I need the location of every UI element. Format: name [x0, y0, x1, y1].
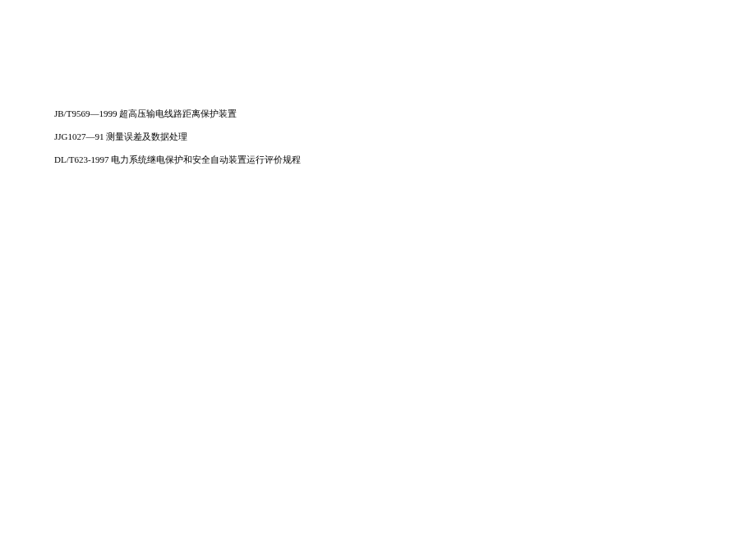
reference-entry: DL/T623-1997 电力系统继电保护和安全自动装置运行评价规程 [54, 154, 756, 166]
reference-code: JB/T9569—1999 [54, 108, 117, 118]
reference-code: JJG1027—91 [54, 131, 104, 141]
reference-title: 超高压输电线路距离保护装置 [119, 108, 237, 118]
reference-title: 电力系统继电保护和安全自动装置运行评价规程 [111, 155, 301, 164]
reference-entry: JB/T9569—1999 超高压输电线路距离保护装置 [54, 108, 756, 120]
reference-title: 测量误差及数据处理 [106, 131, 187, 141]
reference-entry: JJG1027—91 测量误差及数据处理 [54, 131, 756, 143]
reference-code: DL/T623-1997 [54, 155, 109, 164]
